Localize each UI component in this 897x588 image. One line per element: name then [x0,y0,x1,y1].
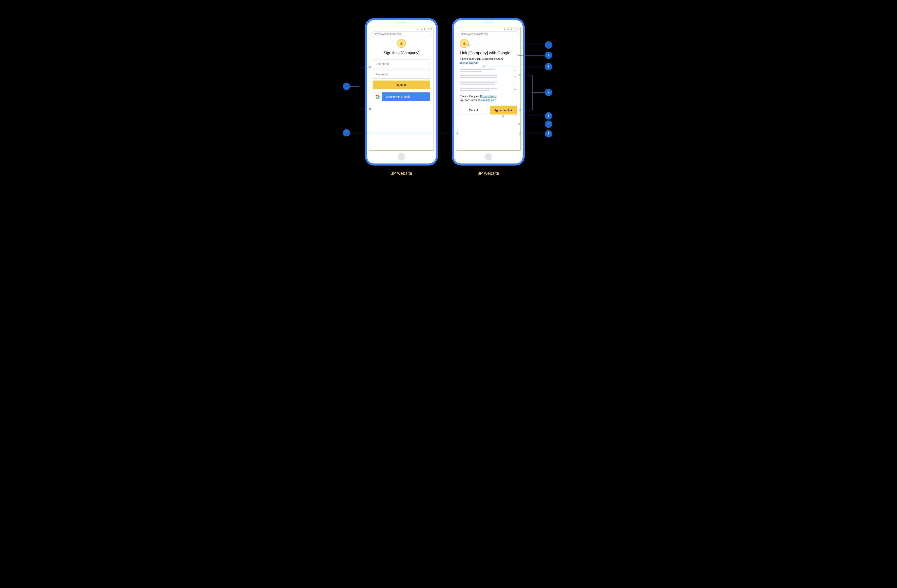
lead-line [350,86,359,87]
diagram-stage: 12:30 https://www.example.com Sign in to… [311,8,586,190]
chevron-down-icon [513,88,517,92]
annotation-6: 6 [545,121,552,128]
annotation-2: 2 [545,89,552,96]
lead-line [532,75,533,110]
permissions-list [460,67,517,93]
home-button[interactable] [484,153,492,161]
caption-right: 3P website [452,171,525,176]
placeholder-line [460,75,497,76]
chevron-down-icon [513,69,517,72]
annotation-3: 3 [545,130,552,137]
cancel-button[interactable]: Cancel [460,106,487,115]
lead-dot [517,55,518,56]
lead-line [532,92,545,93]
lead-line [520,134,545,134]
caption-left: 3P website [365,171,438,176]
screen-right: 12:30 https://www.example.com Link [Comp… [456,27,520,151]
annotation-4: 4 [343,129,350,136]
lead-dot [519,74,520,76]
status-time: 12:30 [426,28,432,31]
unlink-text: You can unlink at example.com [460,99,517,102]
privacy-policy-link[interactable]: Privacy Policy [480,95,497,98]
lead-dot [519,109,520,111]
placeholder-line [460,71,482,72]
lead-dot [483,66,484,67]
status-bar: 12:30 [369,27,433,31]
annotation-8: 8 [545,41,552,49]
change-account-link[interactable]: change account [460,61,478,64]
placeholder-line [460,84,495,85]
home-button[interactable] [398,153,405,161]
wifi-icon [504,28,506,31]
status-time: 12:30 [513,28,519,31]
permission-item[interactable] [460,67,517,74]
button-row: Cancel Agree and link [460,106,517,115]
permission-item[interactable] [460,74,517,80]
status-bar: 12:30 [456,27,520,31]
lead-dot [502,115,504,117]
url-bar[interactable]: https://www.example.com [458,31,518,37]
annotation-A: A [545,52,552,59]
wifi-icon [416,28,419,31]
placeholder-line [460,88,497,89]
chevron-down-icon [513,75,517,79]
annotation-5: 5 [343,83,350,90]
company-logo-icon [460,39,469,48]
annotation-1: 1 [545,112,552,119]
placeholder-line [460,77,497,78]
placeholder-line [460,81,497,82]
permission-item[interactable] [460,80,517,87]
google-signin-button[interactable]: Sign in with Google [373,92,430,101]
lead-line [359,67,369,67]
signed-in-as-text: Signed in as user123@example.com [460,57,517,60]
url-bar[interactable]: https://www.example.com [371,31,432,37]
phone-right: 12:30 https://www.example.com Link [Comp… [452,18,525,165]
lead-dot [457,132,458,134]
signin-button[interactable]: Sign In [373,81,430,89]
screen-left: 12:30 https://www.example.com Sign in to… [369,27,434,151]
placeholder-line [460,90,490,91]
lead-dot [518,123,520,125]
unlink-link[interactable]: example.com [481,99,496,102]
google-signin-label: Sign in with Google [382,95,430,98]
phone-left: 12:30 https://www.example.com Sign in to… [365,18,438,165]
company-logo-icon [397,39,406,48]
phone-speaker [484,22,493,23]
google-g-icon [373,92,382,101]
lead-line [469,45,545,45]
chevron-down-icon [513,81,517,85]
password-field[interactable] [373,70,430,78]
lead-line [359,109,369,109]
signin-heading: Sign in to [Company] [373,51,430,55]
battery-icon [423,28,426,31]
placeholder-line [460,69,495,70]
lead-dot [369,66,371,68]
lead-line [520,75,532,75]
agree-link-button[interactable]: Agree and link [490,106,517,115]
content-left: Sign in to [Company] Sign In Sign in wit… [369,39,433,101]
battery-icon [510,28,512,31]
link-heading: Link [Company] with Google [460,51,517,55]
signal-icon [420,28,422,31]
lead-dot [468,44,470,46]
permission-item[interactable] [460,87,517,93]
review-policy-text: Review Google's Privacy Policy [460,95,517,98]
content-right: Link [Company] with Google Signed in as … [456,39,520,115]
lead-dot [369,108,371,110]
signal-icon [507,28,509,31]
username-field[interactable] [373,60,430,68]
annotation-7: 7 [545,63,552,70]
phone-speaker [396,22,406,23]
lead-dot [519,133,520,134]
